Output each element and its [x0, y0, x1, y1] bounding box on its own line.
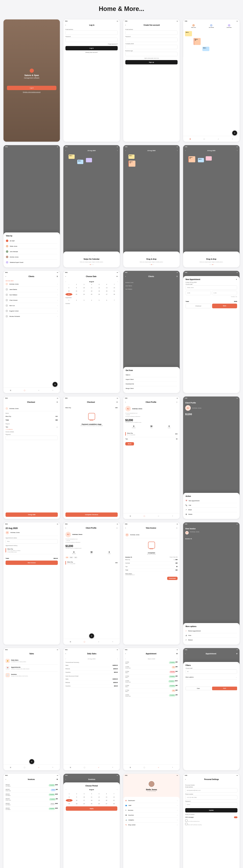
- clear-button[interactable]: Clear: [186, 687, 211, 690]
- invoice-row[interactable]: #80100Ivan WallaceCompleted$400: [5, 793, 58, 797]
- toggle[interactable]: [234, 816, 238, 818]
- close-icon[interactable]: ✕: [236, 279, 237, 280]
- new-invoice-button[interactable]: New invoice: [5, 561, 58, 565]
- back-icon[interactable]: ‹: [125, 24, 126, 26]
- sales-card[interactable]: 🧾InvoicesAenean sit amet tellus et velit…: [5, 672, 58, 679]
- menu-item[interactable]: 📊Analytics›: [125, 818, 178, 823]
- email-input[interactable]: [65, 31, 118, 35]
- menu-item[interactable]: 🎟Vouchers›: [125, 813, 178, 818]
- screen-calendar-home: 9:41••• Stella Jones John Michael Andras…: [183, 20, 240, 142]
- appointment-row[interactable]: 16 MarAndrea JonesCompleted$120: [125, 679, 178, 684]
- tab-clients[interactable]: ◯: [203, 137, 206, 140]
- menu-item[interactable]: ✂Services›: [125, 808, 178, 813]
- sales-card[interactable]: 📅AppointmentsQuisque consequat ante null…: [5, 664, 58, 672]
- add-client-link[interactable]: Add new client: [5, 280, 58, 281]
- screen-signup: 9:41••• ‹Create free account Email addre…: [123, 20, 180, 142]
- back-icon[interactable]: ‹: [65, 24, 66, 26]
- appointment-row[interactable]: 17 MarWalk-inNew$60: [125, 688, 178, 693]
- brand-name: Salons & Spas: [25, 74, 39, 76]
- password-input[interactable]: [65, 38, 118, 42]
- client-row[interactable]: Andreas Jones›: [5, 281, 58, 287]
- option-item[interactable]: ↩Refund appointment: [186, 629, 237, 633]
- tab-more[interactable]: ≡: [231, 137, 234, 140]
- appointment-row[interactable]: 15 MarWalk-inCompleted$60: [125, 675, 178, 679]
- client-row[interactable]: Jared Banks›: [5, 287, 58, 292]
- save-button[interactable]: Save: [212, 304, 237, 308]
- appointment-block[interactable]: Walk-in1hr: [194, 38, 201, 45]
- appointment-block[interactable]: Walk-in: [185, 31, 192, 36]
- checkout-button[interactable]: Checkout: [186, 304, 211, 308]
- viewby-option[interactable]: Andrew Jones: [6, 254, 57, 260]
- menu-item[interactable]: 🛍Shop center›: [125, 823, 178, 827]
- screens-grid: Salons & Spas management software Log In…: [3, 20, 240, 868]
- option-item[interactable]: 🖨Print: [186, 633, 237, 638]
- invoice-row[interactable]: #80100Andrea JonesUnpaid$60: [5, 788, 58, 793]
- screen-login: 9:41••• ‹Log in Email address Password F…: [63, 20, 120, 142]
- invoice-row[interactable]: #80100Ivan WallaceCompleted$400: [5, 783, 58, 788]
- invoice-row[interactable]: #80100Ivan WallaceCompleted$400: [5, 807, 58, 811]
- selected-day[interactable]: 22: [65, 293, 72, 296]
- book-button[interactable]: Book: [125, 442, 134, 445]
- brand-logo: [30, 69, 34, 73]
- sheet-option[interactable]: Import Client: [126, 377, 177, 382]
- menu-item[interactable]: 👥Staff›: [125, 803, 178, 808]
- tab-sales[interactable]: ▱: [217, 137, 220, 140]
- appointment-row[interactable]: 14 MarAndrea JonesNew$80: [125, 665, 178, 670]
- complete-button[interactable]: Complete Checkout: [65, 513, 118, 517]
- apply-button[interactable]: Apply: [212, 687, 237, 690]
- tab-calendar[interactable]: ▦: [189, 137, 192, 140]
- invoice-row[interactable]: #80100Ivan WallaceRefund$400: [5, 802, 58, 807]
- action-item[interactable]: 📅New appointment: [186, 499, 237, 503]
- screen-filters: 9:41••• ‹Appointment⚙ Filters Choose sta…: [183, 648, 240, 770]
- sheet-option[interactable]: Merge Client: [126, 386, 177, 391]
- client-row[interactable]: Ivan Wallace›: [5, 292, 58, 298]
- appointment-block[interactable]: Walk-in: [202, 47, 209, 51]
- screen-invoice-options: 9:41••• View Invoice AJAndreas Jones Inv…: [183, 522, 240, 645]
- option-item[interactable]: ↩Refund: [186, 638, 237, 642]
- screen-client-profile2: 9:41••• ‹Client Profile⋮ AJAndreas Jones…: [63, 522, 120, 645]
- screen-client-sheet: 9:41••• ‹Clients⚲ Andreas Jones Jared Ba…: [123, 271, 180, 393]
- action-item[interactable]: ↗Share: [186, 507, 237, 512]
- page-title: Home & More...: [3, 5, 240, 12]
- back-icon[interactable]: ‹: [5, 276, 6, 277]
- download-button[interactable]: Download: [167, 577, 178, 580]
- charge-button[interactable]: Charge $80: [5, 513, 58, 517]
- sales-card[interactable]: 💰Daily SalesUt eleifend est ut massa por…: [5, 657, 58, 664]
- viewby-option[interactable]: Stefania Espert Gould: [6, 260, 57, 265]
- menu-item[interactable]: ▦Dashboard›: [125, 798, 178, 803]
- screen-new-appointment: 9:41••• New Appointment✕ Friday 28 Aug 2…: [183, 271, 240, 393]
- sheet-option[interactable]: Walk-in: [126, 373, 177, 377]
- client-row[interactable]: Nicolas Schwartz›: [5, 314, 58, 319]
- appointment-row[interactable]: 14 MarWalk-inCompleted$60: [125, 660, 178, 665]
- screen-profile-menu: 9:41••• Stella Jones To view your profil…: [123, 774, 180, 868]
- search-icon[interactable]: ⚲: [57, 276, 58, 277]
- viewby-option[interactable]: Stella Jones: [6, 244, 57, 249]
- update-button[interactable]: Update: [185, 808, 238, 812]
- viewby-option[interactable]: All Staff: [6, 238, 57, 244]
- apply-button[interactable]: Apply: [66, 806, 117, 811]
- forgot-link[interactable]: Forgot password?: [65, 43, 118, 44]
- login-submit[interactable]: Log in: [65, 46, 118, 50]
- action-item[interactable]: 🗑Delete: [186, 512, 237, 517]
- add-fab[interactable]: +: [29, 759, 34, 764]
- appointment-row[interactable]: 16 MarWalk-inCompleted$80: [125, 684, 178, 688]
- more-icon[interactable]: ⋮: [176, 401, 178, 403]
- screen-invoices: 9:41••• ‹Invoices⚙ #80100Ivan WallaceCom…: [3, 774, 60, 868]
- signup-submit[interactable]: Sign up: [125, 60, 178, 64]
- register-link[interactable]: Register a free business account: [23, 92, 41, 93]
- client-row[interactable]: Dan Cox›: [5, 303, 58, 308]
- screen-choose-date: 9:41••• ‹Choose Date✕ ‹August› 1234567 8…: [63, 271, 120, 393]
- client-row[interactable]: Eugene Cohen›: [5, 308, 58, 314]
- viewby-option[interactable]: John Michael: [6, 249, 57, 254]
- login-button[interactable]: Log In: [7, 86, 56, 90]
- appointment-row[interactable]: 15 MarWalk-inCancelled$40: [125, 670, 178, 675]
- appointment-row[interactable]: 18 MarAndrea JonesCompleted$90: [125, 693, 178, 698]
- client-row[interactable]: Chad Jensen›: [5, 298, 58, 303]
- add-fab[interactable]: +: [232, 130, 237, 135]
- invoice-row[interactable]: #80100Andrea JonesCompleted$60: [5, 797, 58, 802]
- action-item[interactable]: 📞Call: [186, 503, 237, 507]
- add-fab[interactable]: +: [89, 633, 94, 638]
- sheet-option[interactable]: Download list: [126, 382, 177, 386]
- screen-checkout: 9:41••• Checkout✕ Andreas Jones Items Bl…: [3, 397, 60, 519]
- filter-icon[interactable]: ⚙: [176, 653, 178, 654]
